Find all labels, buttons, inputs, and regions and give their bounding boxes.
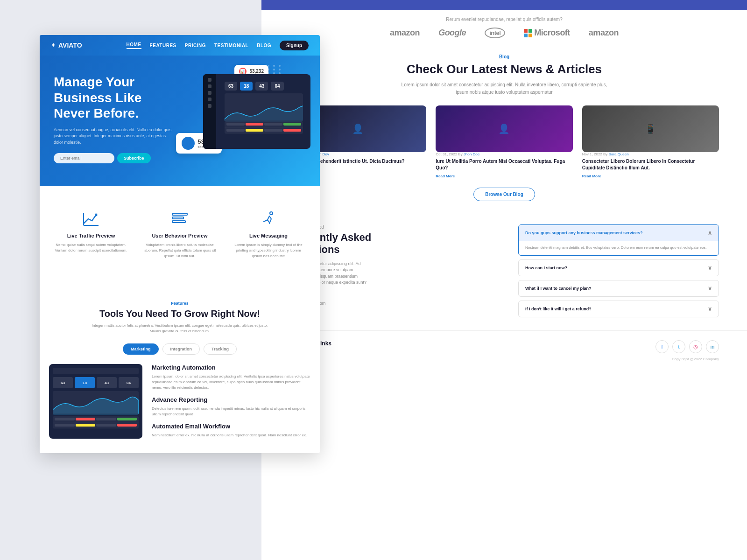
cell: [96, 424, 116, 427]
hero-title: Manage Your Business Like Never Before.: [54, 74, 175, 121]
faq-answer-1: Nostrum deleniti magnam debitis et. Eos …: [519, 241, 719, 255]
cell-accent: [283, 129, 302, 132]
email-input[interactable]: [54, 153, 114, 163]
nav-features[interactable]: FEATURES: [150, 43, 176, 48]
nav-pricing[interactable]: PRICING: [185, 43, 206, 48]
tools-title: Tools You Need To Grow Right Now!: [49, 308, 310, 319]
svg-rect-3: [172, 217, 183, 219]
faq-item-4: If I don't like it will I get a refund? …: [518, 301, 719, 317]
faq-question-2[interactable]: How can I start now? ∨: [519, 260, 719, 276]
blog-read-more-3[interactable]: Read More: [582, 174, 719, 178]
tools-text: Marketing Automation Lorem ipsum, dolor …: [152, 364, 310, 444]
browse-blog-button[interactable]: Browse Our Blog: [473, 188, 535, 201]
features-grid: Live Traffic Preview Nemo quiae nulla se…: [49, 205, 310, 264]
blog-section: Blog Check Our Latest News & Articles Lo…: [261, 45, 747, 215]
ms-cell-1: [524, 29, 528, 33]
run-svg: [259, 210, 278, 228]
nav-home[interactable]: HOME: [127, 42, 141, 49]
blog-card-2: 👤 Oct 31, 2022 By Jhon Doe Iure Ut Molli…: [436, 105, 572, 178]
ms-grid: [524, 29, 532, 37]
tools-content: 63 18 43 04: [49, 364, 310, 444]
partner-amazon-2: amazon: [589, 28, 619, 38]
mockup-stat-2: 18: [75, 377, 95, 388]
tab-row: Marketing Integration Tracking: [49, 343, 310, 355]
blog-label: Blog: [289, 54, 719, 59]
tools-section: Features Tools You Need To Grow Right No…: [40, 282, 320, 453]
social-linkedin[interactable]: in: [706, 340, 719, 353]
cell: [264, 123, 282, 126]
nav-testimonial[interactable]: TESTIMONIAL: [214, 43, 248, 48]
faq-right: Do you guys support any business managem…: [509, 215, 747, 330]
nav-blog[interactable]: BLOG: [257, 43, 271, 48]
cell: [117, 424, 137, 427]
hero-text: Manage Your Business Like Never Before. …: [54, 74, 175, 163]
tab-tracking[interactable]: Tracking: [204, 343, 237, 355]
hero-dashboard: 👤 53,232 site visitors 📊 53,232 site vis…: [175, 65, 320, 168]
sidebar-dot: [208, 84, 211, 88]
cell-green: [283, 123, 302, 126]
tools-heading-1: Marketing Automation: [152, 364, 310, 371]
hero-desc: Aenean vel consequat augue, ac iaculis e…: [54, 127, 175, 146]
tools-mockup-table: [53, 416, 139, 428]
tab-integration[interactable]: Integration: [162, 343, 200, 355]
blog-author-3: Sara Queen: [609, 152, 629, 156]
right-panel: Rerum eveniet repudiandae, repellat quis…: [261, 0, 747, 560]
nav-logo: AVIATO: [51, 42, 82, 49]
table-row: [53, 416, 139, 422]
sidebar-dot: [208, 91, 211, 95]
subscribe-button[interactable]: Subscribe: [117, 153, 151, 163]
chart-wave: [225, 103, 303, 121]
navbar: AVIATO HOME FEATURES PRICING TESTIMONIAL…: [40, 35, 320, 56]
stat-row: 63 18 43 04: [225, 82, 303, 91]
hero-section: Manage Your Business Like Never Before. …: [40, 56, 320, 186]
badge-number: 53,232: [249, 69, 264, 74]
svg-rect-4: [172, 221, 185, 223]
table-row: [225, 121, 303, 127]
chart-svg: [82, 210, 100, 228]
person-img-3: 📱: [582, 105, 719, 152]
chart-area: [225, 93, 303, 121]
stat-04: 04: [271, 82, 283, 91]
tools-para-3: Nam nescilunt error ex. hic nulla at cor…: [152, 433, 310, 438]
sidebar-dot: [208, 98, 211, 101]
tools-heading-2: Advance Reporting: [152, 396, 310, 403]
list-icon: [170, 210, 189, 228]
faq-question-1[interactable]: Do you guys support any business managem…: [519, 225, 719, 241]
cell: [96, 418, 116, 420]
blog-title: Check Our Latest News & Articles: [289, 62, 719, 77]
nav-signup-button[interactable]: Signup: [280, 41, 309, 50]
ms-cell-2: [529, 29, 532, 33]
faq-question-4[interactable]: If I don't like it will I get a refund? …: [519, 301, 719, 317]
blog-read-more-2[interactable]: Read More: [436, 174, 572, 178]
tools-heading-3: Automated Email Workflow: [152, 423, 310, 430]
faq-item-2: How can I start now? ∨: [518, 259, 719, 276]
mockup-table: [225, 121, 303, 133]
stat-43: 43: [255, 82, 268, 91]
faq-q-text-1: Do you guys support any business managem…: [525, 231, 643, 235]
partners-bar: Rerum eveniet repudiandae, repellat quis…: [261, 10, 747, 45]
run-icon: [259, 210, 278, 228]
feature-desc-3: Lorem Ipsum is simply dummy text of the …: [231, 242, 306, 259]
blog-img-3: 📱: [582, 105, 719, 152]
top-bar: [261, 0, 747, 10]
feature-title-2: User Behavior Preview: [142, 233, 217, 238]
dash-content: 63 18 43 04: [221, 78, 307, 137]
table-row: [225, 127, 303, 133]
features-section: Live Traffic Preview Nemo quiae nulla se…: [40, 186, 320, 282]
social-twitter[interactable]: t: [672, 340, 685, 353]
mockup-header: [53, 368, 139, 374]
partner-amazon-1: amazon: [390, 28, 420, 38]
tab-marketing[interactable]: Marketing: [123, 343, 159, 355]
partner-intel: intel: [485, 28, 505, 38]
mockup-chart-svg: [53, 391, 139, 414]
faq-q-text-2: How can I start now?: [525, 266, 567, 270]
blog-card-title-2: Iure Ut Mollitia Porro Autem Nisi Occaec…: [436, 158, 572, 171]
mockup-stat-1: 63: [53, 377, 73, 388]
faq-question-3[interactable]: What if I want to cancel my plan? ∨: [519, 280, 719, 296]
cell: [264, 129, 282, 132]
social-instagram[interactable]: ◎: [689, 340, 702, 353]
social-facebook[interactable]: f: [655, 340, 669, 353]
blog-author-2: Jhon Doe: [464, 152, 479, 156]
blog-card-3: 📱 Nov 1, 2022 By Sara Queen Consectetur …: [582, 105, 719, 178]
faq-q-text-4: If I don't like it will I get a refund?: [525, 307, 592, 311]
